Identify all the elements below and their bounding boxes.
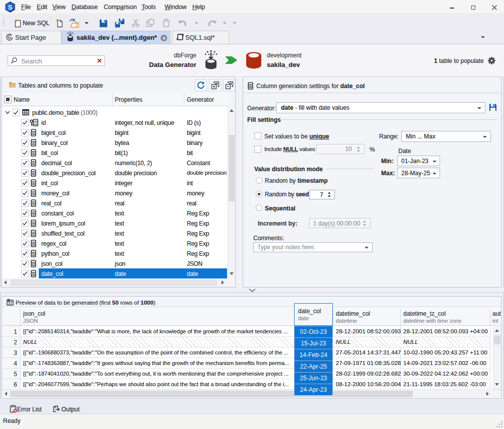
svg-text:S: S: [8, 4, 13, 11]
